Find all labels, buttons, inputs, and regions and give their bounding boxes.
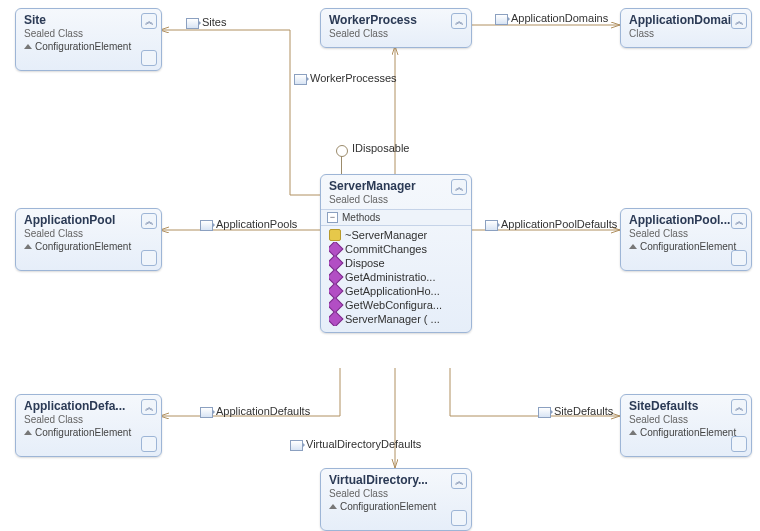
property-icon (294, 74, 307, 85)
class-title: ApplicationPool... (629, 213, 745, 227)
conn-label-applicationdefaults: ApplicationDefaults (200, 405, 310, 418)
class-base: ConfigurationElement (329, 501, 465, 512)
class-applicationpooldefaults[interactable]: ApplicationPool... Sealed Class Configur… (620, 208, 752, 271)
class-stereotype: Sealed Class (329, 28, 465, 39)
property-icon (495, 14, 508, 25)
class-site[interactable]: Site Sealed Class ConfigurationElement ︽ (15, 8, 162, 71)
method-name: ~ServerManager (345, 229, 427, 241)
conn-label-sitedefaults: SiteDefaults (538, 405, 613, 418)
conn-label-applicationdomains: ApplicationDomains (495, 12, 608, 25)
chevron-collapse-icon[interactable]: ︽ (451, 179, 467, 195)
class-stereotype: Sealed Class (329, 488, 465, 499)
method-item[interactable]: CommitChanges (329, 242, 467, 256)
class-title: ServerManager (329, 179, 465, 193)
chevron-collapse-icon[interactable]: ︽ (141, 399, 157, 415)
property-icon (186, 18, 199, 29)
section-collapse-icon[interactable]: − (327, 212, 338, 223)
class-title: Site (24, 13, 155, 27)
method-item[interactable]: ~ServerManager (329, 228, 467, 242)
public-method-icon (329, 242, 343, 256)
public-method-icon (329, 270, 343, 284)
conn-label-applicationpools: ApplicationPools (200, 218, 297, 231)
method-item[interactable]: Dispose (329, 256, 467, 270)
expand-handle[interactable] (141, 50, 157, 66)
property-icon (200, 407, 213, 418)
class-stereotype: Sealed Class (24, 28, 155, 39)
inherit-arrow-icon (24, 44, 32, 49)
method-list: ~ServerManagerCommitChangesDisposeGetAdm… (321, 226, 471, 332)
method-name: ServerManager ( ... (345, 313, 440, 325)
class-base: ConfigurationElement (629, 241, 745, 252)
class-applicationpool[interactable]: ApplicationPool Sealed Class Configurati… (15, 208, 162, 271)
interface-lollipop (336, 145, 348, 157)
class-stereotype: Sealed Class (24, 228, 155, 239)
chevron-collapse-icon[interactable]: ︽ (451, 473, 467, 489)
chevron-collapse-icon[interactable]: ︽ (141, 213, 157, 229)
class-base: ConfigurationElement (24, 241, 155, 252)
conn-label-applicationpooldefaults: ApplicationPoolDefaults (485, 218, 617, 231)
class-stereotype: Sealed Class (629, 414, 745, 425)
method-name: GetAdministratio... (345, 271, 435, 283)
class-base: ConfigurationElement (24, 41, 155, 52)
class-virtualdirectorydefaults[interactable]: VirtualDirectory... Sealed Class Configu… (320, 468, 472, 531)
class-stereotype: Sealed Class (629, 228, 745, 239)
conn-label-sites: Sites (186, 16, 226, 29)
property-icon (485, 220, 498, 231)
method-name: GetWebConfigura... (345, 299, 442, 311)
class-title: SiteDefaults (629, 399, 745, 413)
public-method-icon (329, 312, 343, 326)
public-method-icon (329, 298, 343, 312)
inherit-arrow-icon (629, 430, 637, 435)
inherit-arrow-icon (24, 430, 32, 435)
chevron-collapse-icon[interactable]: ︽ (731, 399, 747, 415)
method-item[interactable]: ServerManager ( ... (329, 312, 467, 326)
expand-handle[interactable] (731, 250, 747, 266)
chevron-collapse-icon[interactable]: ︽ (451, 13, 467, 29)
diagram-canvas: IDisposable Sites WorkerProcesses Applic… (0, 0, 760, 531)
expand-handle[interactable] (451, 510, 467, 526)
public-method-icon (329, 284, 343, 298)
class-servermanager[interactable]: ServerManager Sealed Class ︽ − Methods ~… (320, 174, 472, 333)
property-icon (538, 407, 551, 418)
interface-stem (341, 156, 342, 174)
class-base: ConfigurationElement (629, 427, 745, 438)
expand-handle[interactable] (731, 436, 747, 452)
class-stereotype: Sealed Class (24, 414, 155, 425)
expand-handle[interactable] (141, 250, 157, 266)
conn-label-workerprocesses: WorkerProcesses (294, 72, 397, 85)
chevron-collapse-icon[interactable]: ︽ (141, 13, 157, 29)
method-item[interactable]: GetWebConfigura... (329, 298, 467, 312)
class-title: ApplicationDefa... (24, 399, 155, 413)
class-applicationdefaults[interactable]: ApplicationDefa... Sealed Class Configur… (15, 394, 162, 457)
key-method-icon (329, 229, 341, 241)
method-name: CommitChanges (345, 243, 427, 255)
chevron-collapse-icon[interactable]: ︽ (731, 13, 747, 29)
chevron-collapse-icon[interactable]: ︽ (731, 213, 747, 229)
property-icon (290, 440, 303, 451)
class-stereotype: Sealed Class (329, 194, 465, 205)
section-label: Methods (342, 212, 380, 223)
class-title: WorkerProcess (329, 13, 465, 27)
method-name: Dispose (345, 257, 385, 269)
class-title: ApplicationPool (24, 213, 155, 227)
interface-label: IDisposable (352, 142, 409, 154)
expand-handle[interactable] (141, 436, 157, 452)
method-item[interactable]: GetAdministratio... (329, 270, 467, 284)
class-title: ApplicationDomain (629, 13, 745, 27)
class-sitedefaults[interactable]: SiteDefaults Sealed Class ConfigurationE… (620, 394, 752, 457)
inherit-arrow-icon (329, 504, 337, 509)
method-name: GetApplicationHo... (345, 285, 440, 297)
inherit-arrow-icon (629, 244, 637, 249)
class-stereotype: Class (629, 28, 745, 39)
methods-section-header[interactable]: − Methods (321, 209, 471, 226)
public-method-icon (329, 256, 343, 270)
class-applicationdomain[interactable]: ApplicationDomain Class ︽ (620, 8, 752, 48)
conn-label-virtualdirectorydefaults: VirtualDirectoryDefaults (290, 438, 421, 451)
class-title: VirtualDirectory... (329, 473, 465, 487)
property-icon (200, 220, 213, 231)
inherit-arrow-icon (24, 244, 32, 249)
class-base: ConfigurationElement (24, 427, 155, 438)
method-item[interactable]: GetApplicationHo... (329, 284, 467, 298)
class-workerprocess[interactable]: WorkerProcess Sealed Class ︽ (320, 8, 472, 48)
